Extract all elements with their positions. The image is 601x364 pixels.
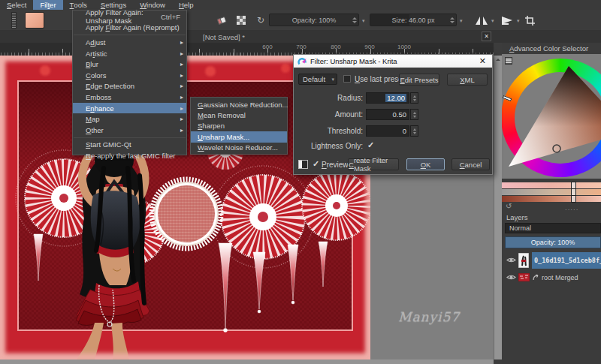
mirror-horizontal-button[interactable]	[472, 13, 491, 28]
amount-input[interactable]: 0.50	[366, 109, 409, 120]
scroll-up-icon[interactable]	[496, 59, 500, 61]
submenu-item-wavelet-noise[interactable]: Wavelet Noise Reducer...	[191, 143, 287, 153]
reload-preset-button[interactable]: ↻	[252, 13, 269, 28]
size-spinner[interactable]	[448, 14, 455, 26]
sv-triangle[interactable]	[502, 54, 601, 179]
reload-icon: ↻	[257, 15, 264, 26]
use-last-preset-label[interactable]: Use last preset	[355, 75, 405, 83]
menu-item-emboss[interactable]: Emboss▸	[73, 92, 186, 103]
preset-value: Default	[303, 75, 325, 83]
foreground-color-swatch[interactable]	[25, 12, 44, 29]
cancel-button[interactable]: Cancel	[452, 158, 490, 170]
submenu-arrow-icon: ▸	[180, 94, 183, 101]
gradient-strip[interactable]	[11, 12, 17, 29]
preview-split-icon[interactable]	[298, 160, 308, 169]
layer-thumbnail[interactable]	[518, 253, 529, 269]
threshold-value: 0	[403, 127, 406, 135]
refresh-colors-icon[interactable]: ↺	[506, 202, 512, 210]
lightness-only-checkbox[interactable]: ✓	[367, 140, 374, 150]
opacity-slider[interactable]: Opacity: 100%	[269, 14, 359, 26]
layer-opacity-slider[interactable]: Opacity: 100%	[505, 236, 601, 248]
use-last-preset-checkbox[interactable]	[343, 75, 351, 83]
dialog-titlebar[interactable]: Filter: Unsharp Mask - Krita ✕	[294, 55, 492, 68]
submenu-arrow-icon: ▸	[180, 105, 183, 112]
menu-item-adjust[interactable]: Adjust▸	[73, 37, 186, 48]
opacity-options-caret[interactable]: ▾	[362, 18, 365, 24]
submenu-arrow-icon: ▸	[180, 83, 183, 89]
menu-item-enhance[interactable]: Enhance▸	[73, 103, 186, 114]
vertical-scrollbar[interactable]	[494, 56, 502, 359]
preview-label[interactable]: Preview	[322, 161, 349, 169]
lightness-only-label: Lightness Only:	[294, 142, 363, 150]
size-options-caret[interactable]: ▾	[460, 18, 463, 24]
menu-item-apply-filter-again[interactable]: Apply Filter Again: Unsharp MaskCtrl+F	[73, 11, 186, 23]
menu-item-start-gmic[interactable]: Start GMIC-Qt	[73, 140, 186, 151]
preset-dropdown[interactable]: Default▾	[298, 74, 337, 85]
visibility-eye-icon[interactable]	[506, 256, 516, 266]
create-filter-mask-button[interactable]: Create Filter Mask	[348, 158, 399, 170]
layer-row-selected[interactable]: 0_16d191_5d1ceb8f_	[502, 252, 601, 269]
opacity-spinner[interactable]	[351, 14, 358, 26]
ruler-label: 900	[364, 44, 374, 50]
amount-value: 0.50	[393, 110, 407, 119]
mirror-caret[interactable]: ▾	[491, 18, 494, 24]
color-history-strip[interactable]	[502, 196, 601, 202]
color-selector-widget[interactable]	[502, 54, 601, 179]
submenu-item-mean-removal[interactable]: Mean Removal	[191, 110, 287, 120]
edit-presets-button[interactable]: Edit Presets	[399, 74, 439, 86]
ok-button[interactable]: OK	[406, 158, 445, 170]
size-slider[interactable]: Size: 46.00 px	[370, 14, 457, 26]
layer-row[interactable]: root Merged	[502, 269, 601, 286]
document-tab[interactable]: [Not Saved] *	[203, 33, 245, 41]
threshold-spinner[interactable]	[410, 125, 418, 137]
ruler-label: 600	[262, 44, 272, 50]
horizontal-scrollbar[interactable]	[0, 359, 494, 364]
splitter-handle[interactable]: ·····	[565, 206, 578, 213]
preserve-alpha-button[interactable]	[233, 13, 249, 28]
menu-item-artistic[interactable]: Artistic▸	[73, 48, 186, 59]
amount-spinner[interactable]	[410, 109, 418, 120]
color-history-strip[interactable]	[502, 182, 601, 188]
menu-item-apply-filter-reprompt[interactable]: Apply Filter Again (Reprompt)	[73, 23, 186, 34]
submenu-arrow-icon: ▸	[180, 116, 183, 122]
menu-select[interactable]: Select	[0, 0, 33, 10]
menu-help[interactable]: Help	[172, 0, 201, 10]
strip-handle[interactable]	[571, 195, 576, 203]
dialog-close-icon[interactable]: ✕	[477, 57, 488, 65]
layer-name[interactable]: root Merged	[542, 274, 578, 281]
threshold-input[interactable]: 0	[366, 125, 409, 137]
submenu-item-sharpen[interactable]: Sharpen	[191, 121, 287, 131]
crop-tool-button[interactable]	[521, 13, 538, 28]
dropdown-caret-icon: ▾	[331, 77, 334, 83]
ruler-label: 1000	[397, 44, 411, 50]
blend-mode-select[interactable]: Normal	[505, 223, 601, 233]
radius-label: Radius:	[294, 94, 363, 102]
layer-thumbnail[interactable]	[518, 273, 530, 283]
submenu-item-gaussian-noise[interactable]: Gaussian Noise Reduction...	[191, 99, 287, 110]
menu-filter[interactable]: Filter	[33, 0, 62, 10]
layer-name[interactable]: 0_16d191_5d1ceb8f_	[534, 257, 601, 264]
radius-value: 12.00	[385, 94, 406, 102]
color-history-strip[interactable]	[502, 189, 601, 195]
menu-item-edge-detection[interactable]: Edge Detection▸	[73, 81, 186, 92]
submenu-item-unsharp-mask[interactable]: Unsharp Mask...	[191, 131, 287, 142]
preview-checkbox[interactable]: ✓	[313, 159, 319, 169]
selector-settings-icon[interactable]	[505, 57, 512, 65]
submenu-arrow-icon: ▸	[180, 61, 183, 68]
menu-item-reapply-gmic[interactable]: Re-apply the last GMIC filter	[73, 150, 186, 161]
menu-item-colors[interactable]: Colors▸	[73, 70, 186, 81]
xml-button[interactable]: XML	[447, 74, 488, 86]
wrap-caret[interactable]: ▾	[517, 18, 520, 24]
eraser-button[interactable]	[213, 13, 230, 28]
close-docker-button[interactable]: ✕	[482, 32, 491, 41]
wrap-around-button[interactable]	[497, 13, 517, 28]
radius-input[interactable]: 12.00	[366, 92, 409, 104]
visibility-eye-icon[interactable]	[506, 273, 516, 283]
size-label: Size: 46.00 px	[391, 17, 434, 24]
radius-spinner[interactable]	[410, 92, 418, 104]
menu-separator	[74, 137, 186, 138]
menu-item-other[interactable]: Other▸	[73, 125, 186, 136]
menu-item-blur[interactable]: Blur▸	[73, 59, 186, 70]
inherit-alpha-icon[interactable]	[532, 274, 539, 281]
menu-item-map[interactable]: Map▸	[73, 113, 186, 125]
